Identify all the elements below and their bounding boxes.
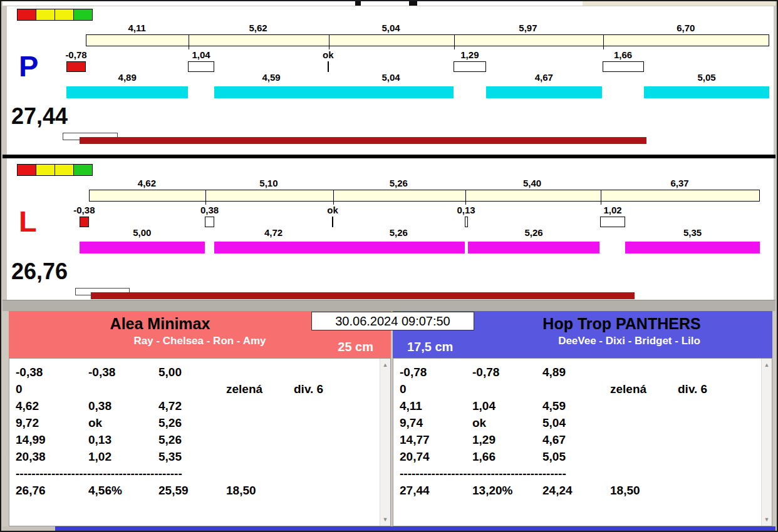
team-name: Hop Trop PANTHERS bbox=[471, 315, 772, 333]
dog-time-label: 5,00 bbox=[117, 227, 167, 238]
crossing-markers-row bbox=[7, 217, 774, 228]
result-cell: 4,67 bbox=[542, 431, 610, 448]
result-cell bbox=[226, 397, 294, 414]
scrollbar[interactable]: ▲ ▼ bbox=[761, 359, 772, 526]
results-table: -0,78-0,784,890zelenádiv. 64,111,044,599… bbox=[400, 364, 758, 499]
dog-run-bar bbox=[333, 242, 465, 253]
result-cell: 0 bbox=[400, 381, 472, 397]
cross-time-label: -0,38 bbox=[59, 205, 109, 215]
result-cell: 0,38 bbox=[88, 397, 158, 414]
result-row: 4,620,384,72 bbox=[16, 397, 376, 414]
dog-time-labels: 4,894,595,044,675,05 bbox=[7, 72, 774, 83]
result-row: 0zelenádiv. 6 bbox=[400, 381, 758, 397]
status-light bbox=[17, 9, 36, 21]
result-cell: 9,74 bbox=[400, 414, 472, 431]
dog-run-bar bbox=[214, 86, 328, 98]
summary-cell: 27,44 bbox=[400, 482, 472, 499]
result-row: 9,72ok5,26 bbox=[16, 414, 376, 431]
dog-run-bar bbox=[66, 86, 188, 98]
scrollbar[interactable]: ▲ ▼ bbox=[380, 359, 390, 526]
cross-time-label: -0,78 bbox=[51, 49, 101, 60]
progress-fill bbox=[91, 292, 635, 299]
dog-run-bar bbox=[468, 242, 600, 253]
result-cell: 4,89 bbox=[542, 364, 610, 381]
dog-time-label: 4,59 bbox=[246, 72, 296, 83]
progress-fill bbox=[80, 137, 646, 144]
result-cell bbox=[294, 397, 376, 414]
scroll-up-arrow[interactable]: ▲ bbox=[762, 362, 772, 368]
result-cell bbox=[610, 364, 678, 381]
result-cell: -0,38 bbox=[88, 364, 158, 381]
split-time-labels: 4,115,625,045,976,70 bbox=[7, 23, 774, 33]
result-row: 9,74ok5,04 bbox=[400, 414, 758, 431]
summary-cell: 18,50 bbox=[610, 482, 678, 499]
scroll-down-arrow[interactable]: ▼ bbox=[762, 516, 772, 523]
result-cell: zelená bbox=[610, 381, 678, 397]
result-cell bbox=[158, 381, 226, 397]
split-time-label: 5,26 bbox=[373, 178, 423, 188]
result-cell: zelená bbox=[226, 381, 294, 397]
jump-height: 17,5 cm bbox=[407, 340, 453, 354]
race-timestamp: 30.06.2024 09:07:50 bbox=[311, 312, 474, 330]
result-cell bbox=[472, 381, 542, 397]
result-cell bbox=[610, 414, 678, 431]
cross-time-box bbox=[80, 217, 89, 227]
start-lights bbox=[17, 164, 93, 176]
summary-cell: 24,24 bbox=[542, 482, 610, 499]
result-cell: 1,04 bbox=[472, 397, 542, 414]
cross-time-label: ok bbox=[303, 49, 353, 60]
dog-time-label: 4,72 bbox=[249, 227, 299, 238]
taskbar-corner bbox=[3, 526, 55, 532]
background-window-edge bbox=[583, 1, 775, 6]
result-cell: 4,72 bbox=[158, 397, 226, 414]
dog-run-bar bbox=[625, 242, 759, 253]
split-time-label: 4,11 bbox=[112, 23, 162, 33]
team-dogs: DeeVee - Dixi - Bridget - Lilo bbox=[487, 335, 772, 347]
result-cell bbox=[294, 431, 376, 448]
ok-cross-tick bbox=[332, 217, 333, 227]
lane-total-time: 27,44 bbox=[11, 103, 68, 130]
result-cell: 0 bbox=[16, 381, 88, 397]
result-cell bbox=[88, 381, 158, 397]
status-light bbox=[54, 9, 74, 21]
split-time-label: 5,10 bbox=[244, 178, 294, 188]
split-time-label: 5,40 bbox=[507, 178, 558, 188]
status-light bbox=[36, 9, 55, 21]
result-row: -0,78-0,784,89 bbox=[400, 364, 758, 381]
split-time-label: 4,62 bbox=[122, 178, 172, 188]
lane-total-time: 26,76 bbox=[11, 258, 68, 285]
segment-divider bbox=[333, 190, 334, 205]
result-cell bbox=[226, 364, 294, 381]
result-cell: 5,35 bbox=[158, 448, 226, 465]
result-cell: 1,29 bbox=[472, 431, 542, 448]
result-cell: 4,62 bbox=[16, 397, 88, 414]
result-cell bbox=[226, 448, 294, 465]
status-light bbox=[17, 164, 36, 176]
cross-time-label: 0,13 bbox=[441, 205, 491, 215]
team-name: Alea Minimax bbox=[9, 315, 311, 333]
cross-time-box bbox=[600, 217, 626, 227]
result-cell: 5,26 bbox=[158, 414, 226, 431]
result-cell: 5,26 bbox=[158, 431, 226, 448]
result-cell bbox=[610, 448, 678, 465]
split-time-label: 5,97 bbox=[503, 23, 553, 33]
result-cell: 9,72 bbox=[16, 414, 88, 431]
lane-panel-p: P 4,115,625,045,976,70 -0,781,04ok1,291,… bbox=[7, 6, 774, 154]
result-cell: 14,99 bbox=[16, 431, 88, 448]
background-window-mark bbox=[409, 1, 417, 6]
dog-time-label: 4,89 bbox=[102, 72, 152, 83]
app-window: P 4,115,625,045,976,70 -0,781,04ok1,291,… bbox=[0, 0, 778, 532]
result-cell: 5,05 bbox=[542, 448, 610, 465]
status-light bbox=[73, 9, 93, 21]
dog-run-bars-row bbox=[7, 86, 774, 98]
scroll-down-arrow[interactable]: ▼ bbox=[380, 516, 390, 523]
result-row: 20,741,665,05 bbox=[400, 448, 758, 465]
dog-run-bar bbox=[328, 86, 454, 98]
result-row: 14,990,135,26 bbox=[16, 431, 376, 448]
cross-time-box bbox=[66, 61, 86, 72]
summary-cell: 26,76 bbox=[16, 482, 88, 499]
result-row: 4,111,044,59 bbox=[400, 397, 758, 414]
crossing-time-labels: -0,380,38ok0,131,02 bbox=[7, 205, 774, 215]
scroll-up-arrow[interactable]: ▲ bbox=[380, 362, 390, 368]
result-cell bbox=[226, 414, 294, 431]
